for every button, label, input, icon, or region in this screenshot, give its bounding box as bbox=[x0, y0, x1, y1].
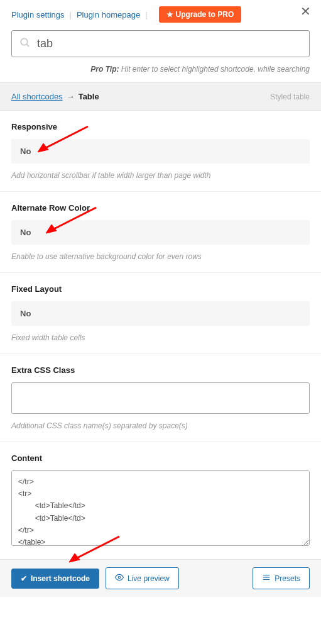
breadcrumb-arrow: → bbox=[67, 92, 75, 101]
separator: | bbox=[70, 10, 72, 19]
menu-icon bbox=[262, 573, 271, 584]
field-label: Content bbox=[11, 453, 310, 463]
check-icon: ✔ bbox=[21, 574, 27, 583]
css-class-input[interactable] bbox=[11, 382, 310, 414]
live-preview-button[interactable]: Live preview bbox=[106, 567, 179, 589]
field-alternate: Alternate Row Color No Enable to use alt… bbox=[0, 192, 321, 273]
field-label: Extra CSS Class bbox=[11, 365, 310, 375]
field-label: Alternate Row Color bbox=[11, 203, 310, 213]
header-bar: Plugin settings | Plugin homepage | ★ Up… bbox=[0, 0, 321, 30]
pro-tip: Pro Tip: Hit enter to select highlighted… bbox=[0, 62, 321, 82]
svg-line-1 bbox=[26, 44, 29, 47]
search-input[interactable] bbox=[37, 37, 302, 50]
search-box[interactable] bbox=[11, 30, 310, 57]
breadcrumb-description: Styled table bbox=[270, 92, 310, 101]
field-content: Content bbox=[0, 442, 321, 559]
alternate-select[interactable]: No bbox=[11, 220, 310, 245]
star-icon: ★ bbox=[166, 10, 173, 19]
presets-button[interactable]: Presets bbox=[253, 567, 310, 589]
field-label: Responsive bbox=[11, 122, 310, 131]
field-css: Extra CSS Class Additional CSS class nam… bbox=[0, 354, 321, 442]
separator: | bbox=[145, 10, 147, 19]
search-icon bbox=[19, 37, 31, 50]
field-help: Add horizontal scrollbar if table width … bbox=[11, 171, 310, 180]
pro-tip-text: Hit enter to select highlighted shortcod… bbox=[121, 65, 310, 74]
insert-shortcode-button[interactable]: ✔ Insert shortcode bbox=[11, 569, 99, 589]
plugin-settings-link[interactable]: Plugin settings bbox=[11, 10, 65, 19]
close-icon: ✕ bbox=[300, 4, 311, 18]
svg-point-6 bbox=[118, 576, 121, 579]
breadcrumb: All shortcodes → Table bbox=[11, 92, 99, 101]
upgrade-button[interactable]: ★ Upgrade to PRO bbox=[159, 6, 242, 23]
field-help: Enable to use alternative background col… bbox=[11, 252, 310, 261]
breadcrumb-current: Table bbox=[79, 92, 99, 101]
breadcrumb-bar: All shortcodes → Table Styled table bbox=[0, 82, 321, 111]
field-fixed: Fixed Layout No Fixed width table cells bbox=[0, 273, 321, 354]
preview-label: Live preview bbox=[128, 574, 170, 583]
plugin-homepage-link[interactable]: Plugin homepage bbox=[77, 10, 140, 19]
responsive-select[interactable]: No bbox=[11, 139, 310, 164]
pro-tip-label: Pro Tip: bbox=[90, 65, 119, 74]
insert-label: Insert shortcode bbox=[31, 574, 90, 583]
search-wrap bbox=[0, 30, 321, 62]
upgrade-label: Upgrade to PRO bbox=[176, 10, 234, 19]
field-help: Additional CSS class name(s) separated b… bbox=[11, 421, 310, 430]
presets-label: Presets bbox=[275, 574, 300, 583]
content-textarea[interactable] bbox=[11, 470, 310, 546]
field-responsive: Responsive No Add horizontal scrollbar i… bbox=[0, 111, 321, 192]
svg-point-0 bbox=[21, 38, 28, 45]
eye-icon bbox=[115, 573, 124, 584]
footer-bar: ✔ Insert shortcode Live preview Presets bbox=[0, 559, 321, 597]
fixed-select[interactable]: No bbox=[11, 301, 310, 326]
breadcrumb-all-link[interactable]: All shortcodes bbox=[11, 92, 63, 101]
close-button[interactable]: ✕ bbox=[300, 5, 311, 18]
field-help: Fixed width table cells bbox=[11, 333, 310, 342]
field-label: Fixed Layout bbox=[11, 284, 310, 294]
